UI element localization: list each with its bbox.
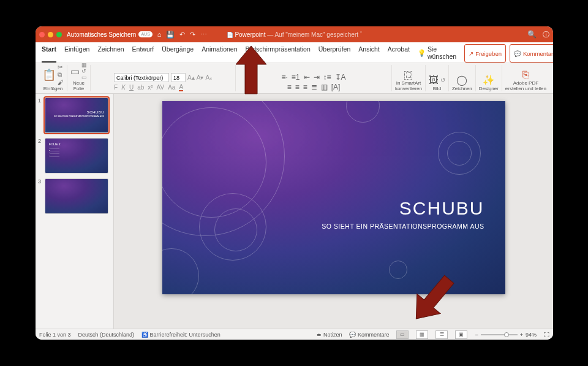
pdf-icon[interactable]: ⎘ [522, 69, 529, 80]
designer-icon[interactable]: ✨ [483, 74, 495, 86]
quick-access-toolbar: ⌂ 💾 ↶ ↷ ⋯ [157, 31, 208, 39]
slide-title[interactable]: SCHUBU [399, 198, 484, 219]
cut-icon[interactable]: ✂ [58, 64, 64, 71]
language-indicator[interactable]: Deutsch (Deutschland) [78, 332, 135, 338]
comments-pane-button[interactable]: 💬 Kommentare [349, 332, 389, 338]
format-painter-icon[interactable]: 🖌 [58, 79, 64, 86]
slide-canvas[interactable]: SCHUBU SO SIEHT EIN PRÄSENTATIONSPROGRAM… [162, 101, 505, 294]
font-group: A▴ A▾ Aₓ F K U ab x² AV Aa A [91, 65, 236, 91]
comment-icon: 💬 [514, 50, 521, 57]
paragraph-group: ≡· ≡1 ⇤ ⇥ ↕≡ ↧A ≡ ≡ ≡ ≣ ▥ [A] [236, 65, 392, 91]
tab-ansicht[interactable]: Ansicht [358, 44, 379, 63]
sorter-view-button[interactable]: ▦ [416, 330, 428, 339]
comments-button[interactable]: 💬 Kommentare [510, 44, 553, 63]
tab-einfuegen[interactable]: Einfügen [64, 44, 89, 63]
more-icon[interactable]: ⋯ [200, 31, 207, 39]
accessibility-checker[interactable]: ♿ Barrierefreiheit: Untersuchen [141, 332, 221, 338]
status-bar: Folie 1 von 3 Deutsch (Deutschland) ♿ Ba… [36, 329, 553, 340]
editor-body: 1 SCHUBU SO SIEHT EIN PRÄSENTATIONSPROGR… [36, 94, 553, 329]
fit-to-window-icon[interactable]: ⛶ [544, 332, 549, 338]
font-name-input[interactable] [114, 73, 169, 82]
columns-icon[interactable]: ▥ [321, 83, 328, 91]
italic-icon[interactable]: K [121, 84, 126, 91]
picture-icon[interactable]: 🖼 [429, 75, 439, 86]
share-icon: ↗ [469, 50, 473, 57]
thumbnail-slide-1[interactable]: SCHUBU SO SIEHT EIN PRÄSENTATIONSPROGRAM… [45, 97, 108, 133]
picture-label: Bild [433, 86, 441, 91]
zoom-slider[interactable] [481, 334, 518, 335]
section-icon[interactable]: ▭ [81, 74, 87, 80]
tab-ueberpruefen[interactable]: Überprüfen [318, 44, 351, 63]
search-icon[interactable]: 🔍 [527, 30, 537, 39]
slide-canvas-area: SCHUBU SO SIEHT EIN PRÄSENTATIONSPROGRAM… [114, 94, 553, 329]
maximize-button[interactable] [56, 32, 62, 37]
spacing-icon[interactable]: AV [157, 84, 165, 91]
pdf-label: Adobe PDF erstellen und teilen [505, 81, 546, 91]
reading-view-button[interactable]: ☰ [435, 330, 448, 339]
tell-me[interactable]: 💡 Sie wünschen [418, 44, 456, 63]
redo-icon[interactable]: ↷ [190, 31, 195, 39]
increase-font-icon[interactable]: A▴ [187, 74, 195, 81]
paste-icon[interactable]: 📋 [42, 68, 56, 82]
autosave-toggle[interactable]: Automatisches Speichern AUS [67, 31, 153, 38]
thumbnail-slide-2[interactable]: FOLIE 2 • ……………• ……………• ……………• …………… [45, 138, 108, 173]
case-icon[interactable]: Aa [168, 84, 175, 91]
shadow-icon[interactable]: x² [148, 84, 153, 91]
align-right-icon[interactable]: ≡ [303, 83, 307, 91]
tab-entwurf[interactable]: Entwurf [132, 44, 154, 63]
text-direction-icon[interactable]: ↧A [335, 73, 346, 82]
tab-uebergaenge[interactable]: Übergänge [162, 44, 194, 63]
close-button[interactable] [39, 32, 45, 37]
zoom-in-icon[interactable]: + [520, 332, 523, 338]
line-spacing-icon[interactable]: ↕≡ [323, 73, 331, 82]
thumbnail-row[interactable]: 2 FOLIE 2 • ……………• ……………• ……………• …………… [38, 138, 111, 173]
thumbnail-slide-3[interactable] [45, 178, 108, 214]
paste-label: Einfügen [43, 86, 63, 91]
zoom-out-icon[interactable]: − [475, 332, 478, 338]
smartart-icon[interactable]: ⿴ [404, 71, 413, 80]
thumbnail-number: 1 [38, 97, 43, 133]
font-size-input[interactable] [171, 73, 186, 82]
align-left-icon[interactable]: ≡ [287, 83, 292, 91]
zoom-control[interactable]: − + 94% [475, 332, 537, 338]
layout-icon[interactable]: ▦ [81, 62, 87, 68]
home-icon[interactable]: ⌂ [157, 31, 162, 38]
zoom-percent[interactable]: 94% [526, 332, 537, 338]
slide-subtitle[interactable]: SO SIEHT EIN PRÄSENTATIONSPROGRAMM AUS [322, 223, 484, 230]
bullets-icon[interactable]: ≡· [282, 73, 288, 82]
bulb-icon: 💡 [418, 49, 426, 57]
numbering-icon[interactable]: ≡1 [292, 73, 300, 82]
outdent-icon[interactable]: ⇤ [304, 73, 310, 82]
strike-icon[interactable]: ab [137, 84, 144, 91]
tab-zeichnen[interactable]: Zeichnen [97, 44, 124, 63]
underline-icon[interactable]: U [129, 84, 134, 91]
tab-start[interactable]: Start [42, 44, 56, 63]
align-center-icon[interactable]: ≡ [295, 83, 300, 91]
tab-animationen[interactable]: Animationen [202, 44, 237, 63]
indent-icon[interactable]: ⇥ [314, 73, 320, 82]
justify-icon[interactable]: ≣ [311, 83, 317, 91]
decrease-font-icon[interactable]: A▾ [197, 74, 204, 81]
save-icon[interactable]: 💾 [166, 31, 175, 39]
copy-icon[interactable]: ⧉ [58, 71, 64, 78]
thumbnail-row[interactable]: 3 [38, 178, 111, 214]
share-button[interactable]: ↗ Freigeben [464, 44, 506, 63]
align-text-icon[interactable]: [A] [331, 83, 341, 91]
clear-format-icon[interactable]: Aₓ [205, 74, 212, 81]
shapes-icon[interactable]: ◯ [456, 74, 467, 86]
thumbnail-row[interactable]: 1 SCHUBU SO SIEHT EIN PRÄSENTATIONSPROGR… [38, 97, 111, 133]
slideshow-view-button[interactable]: ▣ [455, 330, 467, 339]
account-icon[interactable]: ⓘ [543, 30, 549, 39]
draw-group: ◯ Zeichnen [449, 65, 476, 91]
notes-button[interactable]: ≐ Notizen [317, 332, 342, 338]
tab-bildschirmpraesentation[interactable]: Bildschirmpräsentation [246, 44, 311, 63]
picture-reset-icon[interactable]: ↺ [440, 77, 445, 83]
undo-icon[interactable]: ↶ [179, 31, 185, 39]
reset-icon[interactable]: ↺ [81, 68, 87, 74]
minimize-button[interactable] [48, 32, 53, 37]
font-color-icon[interactable]: A [179, 83, 183, 91]
bold-icon[interactable]: F [114, 84, 118, 91]
normal-view-button[interactable]: ▭ [396, 330, 409, 339]
tab-acrobat[interactable]: Acrobat [388, 44, 410, 63]
new-slide-icon[interactable]: ▭ [70, 66, 80, 77]
